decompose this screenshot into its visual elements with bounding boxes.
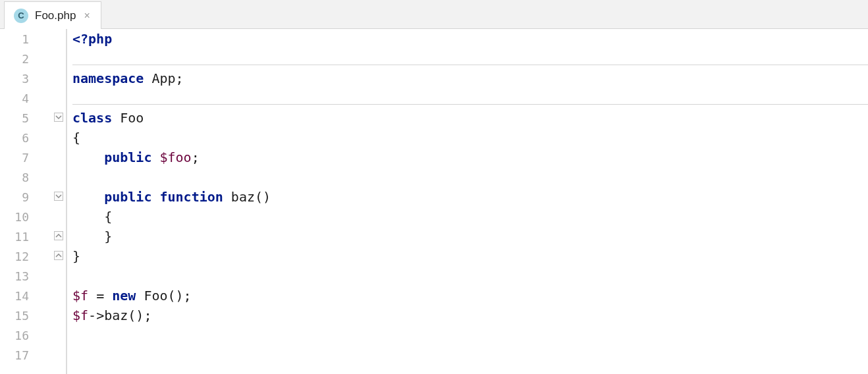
- indent: [72, 227, 104, 246]
- tab-filename: Foo.php: [35, 9, 76, 22]
- fold-column: [53, 29, 67, 374]
- keyword-new: new: [112, 286, 136, 306]
- line-number: 11: [0, 227, 53, 246]
- line-number: 10: [0, 207, 53, 227]
- semicolon: ;: [192, 147, 200, 167]
- tab-bar: C Foo.php ×: [0, 0, 868, 29]
- code-line[interactable]: }: [67, 246, 868, 266]
- php-open-tag: <?php: [72, 29, 112, 49]
- variable-f: $f: [72, 286, 88, 306]
- line-number: 8: [0, 167, 53, 187]
- line-number: 15: [0, 306, 53, 325]
- indent: [72, 187, 104, 207]
- brace-open: {: [104, 207, 112, 227]
- line-number: 16: [0, 325, 53, 345]
- code-line[interactable]: $f = new Foo();: [67, 286, 868, 306]
- line-number: 9: [0, 187, 53, 207]
- line-number: 5: [0, 108, 53, 128]
- line-number: 14: [0, 286, 53, 306]
- line-number: 17: [0, 345, 53, 365]
- line-number: 7: [0, 147, 53, 167]
- fold-toggle-icon[interactable]: [54, 231, 63, 240]
- keyword-class: class: [72, 108, 112, 128]
- editor-tab[interactable]: C Foo.php ×: [4, 1, 101, 29]
- keyword-namespace: namespace: [72, 68, 144, 88]
- fold-toggle-icon[interactable]: [54, 113, 63, 122]
- space: [151, 187, 159, 207]
- class-name: Foo: [112, 108, 144, 128]
- code-line[interactable]: [67, 167, 868, 187]
- code-line[interactable]: [67, 266, 868, 286]
- file-type-icon: C: [14, 9, 28, 23]
- namespace-name: App;: [144, 68, 183, 88]
- code-line[interactable]: public $foo;: [67, 147, 868, 167]
- line-number-gutter: 1 2 3 4 5 6 7 8 9 10 11 12 13 14 15 16 1…: [0, 29, 53, 374]
- code-line[interactable]: [67, 325, 868, 345]
- code-line[interactable]: {: [67, 207, 868, 227]
- line-number: 2: [0, 49, 53, 68]
- line-number: 3: [0, 68, 53, 88]
- line-number: 13: [0, 266, 53, 286]
- code-area[interactable]: <?php namespace App; class Foo { public …: [67, 29, 868, 374]
- brace-close: }: [104, 227, 112, 246]
- code-line[interactable]: public function baz(): [67, 187, 868, 207]
- keyword-public: public: [104, 187, 151, 207]
- code-line[interactable]: [67, 49, 868, 68]
- code-line[interactable]: {: [67, 128, 868, 147]
- line-number: 6: [0, 128, 53, 147]
- keyword-function: function: [159, 187, 223, 207]
- method-call: ->baz();: [88, 306, 151, 325]
- constructor-call: Foo();: [136, 286, 191, 306]
- code-line[interactable]: class Foo: [67, 108, 868, 128]
- brace-close: }: [72, 246, 80, 266]
- code-line[interactable]: [67, 88, 868, 108]
- space: [151, 147, 159, 167]
- brace-open: {: [72, 128, 80, 147]
- code-line[interactable]: $f->baz();: [67, 306, 868, 325]
- fold-toggle-icon[interactable]: [54, 192, 63, 201]
- fold-toggle-icon[interactable]: [54, 251, 63, 260]
- line-number: 1: [0, 29, 53, 49]
- indent: [72, 147, 104, 167]
- code-line[interactable]: [67, 345, 868, 365]
- code-line[interactable]: }: [67, 227, 868, 246]
- code-line[interactable]: <?php: [67, 29, 868, 49]
- indent: [72, 207, 104, 227]
- code-line[interactable]: namespace App;: [67, 68, 868, 88]
- line-number: 4: [0, 88, 53, 108]
- line-number: 12: [0, 246, 53, 266]
- method-name: baz(): [223, 187, 271, 207]
- property-foo: $foo: [159, 147, 191, 167]
- keyword-public: public: [104, 147, 151, 167]
- code-editor: 1 2 3 4 5 6 7 8 9 10 11 12 13 14 15 16 1…: [0, 29, 868, 374]
- close-icon[interactable]: ×: [82, 10, 91, 22]
- assign: =: [88, 286, 112, 306]
- variable-f: $f: [72, 306, 88, 325]
